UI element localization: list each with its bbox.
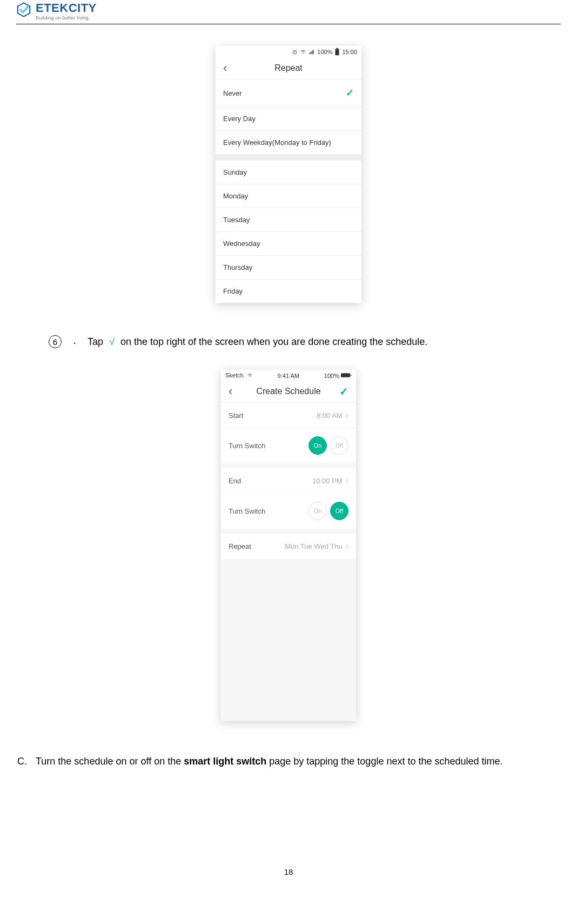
step-number-6: 6 [49, 335, 62, 348]
svg-line-3 [293, 49, 293, 50]
instruction-text-after: page by tapping the toggle next to the s… [266, 756, 502, 767]
back-button[interactable]: ‹ [226, 383, 234, 400]
screen-title: Create Schedule [256, 387, 320, 396]
option-label: Tuesday [223, 216, 250, 224]
row-start[interactable]: Start 8:00 AM › [221, 403, 356, 428]
option-label: Every Day [223, 115, 256, 123]
svg-point-12 [249, 376, 250, 377]
page-number: 18 [16, 867, 561, 876]
option-label: Sunday [223, 168, 247, 176]
toggle-off[interactable]: Off [330, 436, 348, 455]
svg-point-5 [303, 53, 304, 54]
status-bar: 100% 15:00 [216, 46, 361, 57]
step-text-after: on the top right of the screen when you … [120, 336, 427, 347]
svg-rect-9 [313, 49, 314, 54]
option-label: Never [223, 89, 242, 97]
back-button[interactable]: ‹ [221, 60, 229, 76]
option-label: Thursday [223, 263, 252, 271]
svg-rect-13 [341, 373, 350, 377]
step-6: 6 ． Tap √ on the top right of the screen… [49, 335, 561, 348]
option-thursday[interactable]: Thursday [216, 256, 361, 280]
status-time: 9:41 AM [253, 373, 324, 379]
row-label: Turn Switch [229, 507, 265, 515]
svg-rect-8 [312, 50, 312, 54]
wifi-icon [247, 373, 253, 379]
toggle-off[interactable]: Off [330, 502, 348, 520]
svg-rect-6 [310, 52, 310, 54]
row-label: End [229, 477, 241, 485]
phone-repeat-screen: 100% 15:00 ‹ Repeat Never ✓ Every Day Ev… [216, 46, 361, 303]
app-bar: ‹ Repeat [216, 57, 361, 79]
chevron-right-icon: › [346, 476, 348, 485]
svg-rect-11 [336, 49, 339, 55]
wifi-icon [300, 49, 306, 55]
battery-icon [341, 373, 352, 379]
brand-logo-icon [16, 2, 31, 17]
chevron-right-icon: › [346, 411, 348, 420]
app-bar: ‹ Create Schedule ✓ [221, 380, 356, 403]
svg-rect-14 [351, 374, 352, 376]
svg-rect-10 [336, 48, 338, 49]
battery-percent: 100% [317, 49, 332, 55]
instruction-bold-term: smart light switch [184, 756, 266, 767]
brand-tagline: Building on better living. [36, 15, 97, 21]
row-value: 8:00 AM [317, 411, 343, 420]
option-every-weekday[interactable]: Every Weekday(Monday to Friday) [216, 131, 361, 154]
option-monday[interactable]: Monday [216, 184, 361, 208]
instruction-letter: C. [16, 753, 27, 770]
step-separator: ． [69, 335, 80, 345]
option-never[interactable]: Never ✓ [216, 79, 361, 107]
option-label: Every Weekday(Monday to Friday) [223, 138, 331, 147]
option-label: Friday [223, 287, 243, 295]
option-tuesday[interactable]: Tuesday [216, 208, 361, 232]
step-text-before: Tap [88, 336, 103, 347]
instruction-c: C. Turn the schedule on or off on the sm… [16, 753, 561, 770]
svg-rect-7 [311, 51, 311, 54]
option-label: Monday [223, 192, 248, 200]
row-end[interactable]: End 10:00 PM › [221, 468, 356, 494]
row-label: Repeat [229, 542, 251, 550]
brand-header: ETEKCITY Building on better living. [16, 0, 561, 24]
blank-area [221, 559, 356, 721]
checkmark-icon: ✓ [346, 87, 354, 99]
option-wednesday[interactable]: Wednesday [216, 232, 361, 256]
battery-percent: 100% [324, 373, 339, 379]
battery-icon [334, 48, 340, 56]
row-value: Mon Tue Wed Thu [285, 542, 342, 550]
done-button[interactable]: ✓ [337, 384, 351, 399]
chevron-right-icon: › [346, 542, 348, 550]
svg-line-4 [296, 49, 297, 50]
option-friday[interactable]: Friday [216, 280, 361, 303]
option-sunday[interactable]: Sunday [216, 161, 361, 184]
row-label: Start [229, 411, 243, 420]
screen-title: Repeat [274, 63, 303, 73]
row-label: Turn Switch [229, 442, 265, 450]
status-time: 15:00 [342, 49, 357, 55]
alarm-icon [292, 49, 298, 55]
brand-name: ETEKCITY [36, 2, 97, 14]
checkmark-icon: √ [106, 336, 118, 347]
option-label: Wednesday [223, 240, 260, 248]
instruction-text-before: Turn the schedule on or off on the [36, 756, 184, 767]
row-switch-end: Turn Switch On Off [221, 494, 356, 528]
toggle-on[interactable]: On [308, 436, 327, 455]
option-every-day[interactable]: Every Day [216, 107, 361, 131]
row-repeat[interactable]: Repeat Mon Tue Wed Thu › [221, 534, 356, 559]
status-bar: Sketch 9:41 AM 100% [221, 370, 356, 380]
phone-create-schedule-screen: Sketch 9:41 AM 100% ‹ Create Schedule ✓ … [221, 370, 356, 721]
carrier-label: Sketch [225, 372, 253, 379]
signal-icon [308, 49, 315, 55]
row-value: 10:00 PM [312, 477, 343, 485]
toggle-on[interactable]: On [308, 502, 327, 520]
row-switch-start: Turn Switch On Off [221, 428, 356, 463]
